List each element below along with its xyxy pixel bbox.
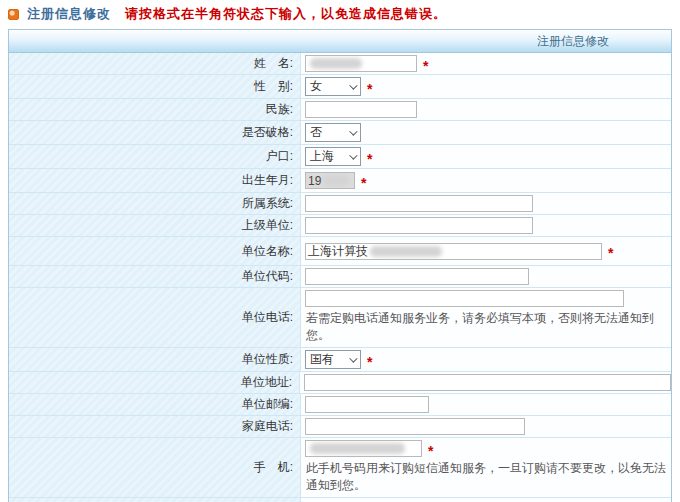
residence-value-cell: 上海* [301, 145, 671, 168]
mobile-label: 手 机: [9, 438, 301, 497]
required-asterisk: * [608, 248, 613, 258]
unit-zip-control-line [305, 396, 671, 413]
unit-phone-value-cell: 若需定购电话通知服务业务，请务必填写本项，否则将无法通知到您。 [301, 288, 671, 347]
gender-select[interactable]: 女 [305, 77, 361, 96]
orange-bullet-icon [8, 9, 19, 20]
exception-selected-option: 否 [310, 124, 322, 141]
required-asterisk: * [367, 357, 372, 367]
unit-address-label: 单位地址: [9, 372, 300, 393]
page-title: 注册信息修改 [27, 5, 111, 23]
form-row-ethnicity: 民族: [9, 99, 671, 121]
birth-date-visible-text: 19 [308, 174, 321, 188]
ethnicity-value-cell [301, 99, 671, 120]
redacted-value [323, 175, 349, 186]
form-row-gender: 性 别:女* [9, 75, 671, 99]
form-row-system: 所属系统: [9, 193, 671, 215]
form-row-unit-name: 单位名称:上海计算技* [9, 237, 671, 266]
chevron-down-icon [349, 127, 357, 135]
unit-zip-input[interactable] [305, 396, 429, 413]
form-row-residence: 户口:上海* [9, 145, 671, 169]
gender-selected-option: 女 [310, 78, 322, 95]
mobile-note: 此手机号码用来订购短信通知服务，一旦订购请不要更改，以免无法通知到您。 [305, 457, 671, 495]
form-row-unit-zip: 单位邮编: [9, 394, 671, 416]
unit-phone-label: 单位电话: [9, 288, 301, 347]
system-control-line [305, 195, 671, 212]
ethnicity-input[interactable] [305, 101, 417, 118]
residence-control-line: 上海* [305, 147, 671, 166]
chevron-down-icon [349, 354, 357, 362]
mobile-control-line: * [305, 440, 671, 457]
unit-name-label: 单位名称: [9, 237, 301, 265]
form-row-mobile: 手 机:*此手机号码用来订购短信通知服务，一旦订购请不要更改，以免无法通知到您。 [9, 438, 671, 498]
unit-code-value-cell [301, 266, 671, 287]
unit-type-selected-option: 国有 [310, 351, 334, 368]
redacted-value [310, 443, 405, 454]
unit-name-input[interactable]: 上海计算技 [305, 243, 602, 260]
form-row-unit-address: 单位地址: [9, 372, 671, 394]
form-row-email: 电子邮箱:com*用于电子邮件通知，请务必正确填写本项。 [9, 498, 671, 502]
system-label: 所属系统: [9, 193, 301, 214]
unit-type-select[interactable]: 国有 [305, 350, 361, 369]
unit-phone-note: 若需定购电话通知服务业务，请务必填写本项，否则将无法通知到您。 [305, 307, 671, 345]
required-asterisk: * [367, 84, 372, 94]
unit-phone-control-line [305, 290, 671, 307]
chevron-down-icon [349, 81, 357, 89]
form-row-exception: 是否破格:否 [9, 121, 671, 145]
unit-zip-label: 单位邮编: [9, 394, 301, 415]
system-value-cell [301, 193, 671, 214]
residence-selected-option: 上海 [310, 148, 334, 165]
name-control-line: * [305, 55, 671, 72]
home-phone-label: 家庭电话: [9, 416, 301, 437]
home-phone-control-line [305, 418, 671, 435]
unit-type-value-cell: 国有* [301, 348, 671, 371]
unit-code-label: 单位代码: [9, 266, 301, 287]
exception-control-line: 否 [305, 123, 671, 142]
unit-type-label: 单位性质: [9, 348, 301, 371]
unit-address-control-line [304, 374, 671, 391]
form-row-birth-date: 出生年月:19* [9, 169, 671, 193]
name-input[interactable] [305, 55, 417, 72]
unit-type-control-line: 国有* [305, 350, 671, 369]
mobile-value-cell: *此手机号码用来订购短信通知服务，一旦订购请不要更改，以免无法通知到您。 [301, 438, 671, 497]
required-asterisk: * [361, 178, 366, 188]
home-phone-value-cell [301, 416, 671, 437]
form-row-unit-type: 单位性质:国有* [9, 348, 671, 372]
gender-label: 性 别: [9, 75, 301, 98]
gender-control-line: 女* [305, 77, 671, 96]
form-row-name: 姓 名:* [9, 53, 671, 75]
unit-phone-input[interactable] [305, 290, 624, 307]
parent-unit-control-line [305, 217, 671, 234]
home-phone-input[interactable] [305, 418, 525, 435]
name-value-cell: * [301, 53, 671, 74]
required-asterisk: * [423, 61, 428, 71]
parent-unit-value-cell [301, 215, 671, 236]
unit-code-control-line [305, 268, 671, 285]
unit-name-value-cell: 上海计算技* [301, 237, 671, 265]
form-row-unit-code: 单位代码: [9, 266, 671, 288]
parent-unit-input[interactable] [305, 217, 533, 234]
unit-zip-value-cell [301, 394, 671, 415]
ethnicity-control-line [305, 101, 671, 118]
mobile-input[interactable] [305, 440, 422, 457]
unit-code-input[interactable] [305, 268, 529, 285]
birth-date-label: 出生年月: [9, 169, 301, 192]
page-header: 注册信息修改 请按格式在半角符状态下输入，以免造成信息错误。 [0, 0, 680, 22]
format-warning-text: 请按格式在半角符状态下输入，以免造成信息错误。 [125, 5, 447, 23]
birth-date-control-line: 19* [305, 172, 671, 189]
exception-label: 是否破格: [9, 121, 301, 144]
unit-address-value-cell [300, 372, 671, 393]
form-body: 姓 名:*性 别:女*民族:是否破格:否户口:上海*出生年月:19*所属系统:上… [9, 53, 671, 502]
birth-date-input[interactable]: 19 [305, 172, 355, 189]
unit-address-input[interactable] [304, 374, 671, 391]
exception-value-cell: 否 [301, 121, 671, 144]
form-row-home-phone: 家庭电话: [9, 416, 671, 438]
parent-unit-label: 上级单位: [9, 215, 301, 236]
exception-select[interactable]: 否 [305, 123, 361, 142]
gender-value-cell: 女* [301, 75, 671, 98]
residence-select[interactable]: 上海 [305, 147, 361, 166]
system-input[interactable] [305, 195, 533, 212]
unit-name-visible-text: 上海计算技 [308, 243, 368, 260]
birth-date-value-cell: 19* [301, 169, 671, 192]
email-label: 电子邮箱: [9, 498, 301, 502]
residence-label: 户口: [9, 145, 301, 168]
